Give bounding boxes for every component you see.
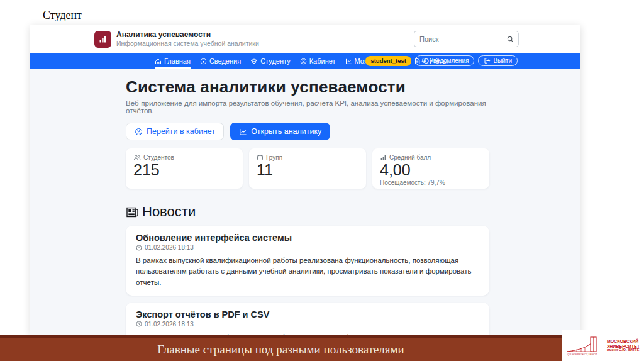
page-subtitle: Веб-приложение для импорта результатов о… — [126, 99, 489, 114]
clock-icon — [136, 245, 142, 251]
page-title: Система аналитики успеваемости — [126, 77, 489, 97]
news-heading-label: Новости — [142, 204, 196, 220]
stat-label: Средний балл — [389, 154, 431, 161]
slide-title: Студент — [43, 9, 82, 22]
stat-label: Студентов — [143, 154, 174, 161]
stat-card-average: Средний балл 4,00 Посещаемость: 79,7% — [372, 148, 489, 189]
stat-card-students: Студентов 215 — [126, 148, 243, 189]
search-icon — [507, 36, 514, 43]
nav-right: student_test Уведомления Выйти — [365, 53, 518, 69]
calendar-icon — [257, 154, 264, 161]
news-card: Обновление интерфейса системы 01.02.2026… — [126, 226, 489, 296]
app-screenshot-panel: Аналитика успеваемости Информационная си… — [30, 25, 580, 335]
news-title: Экспорт отчётов в PDF и CSV — [136, 309, 479, 319]
bell-icon — [421, 57, 427, 64]
stat-value: 215 — [133, 161, 235, 179]
nav-item-home[interactable]: Главная — [155, 53, 191, 69]
news-date: 01.02.2026 18:13 — [136, 244, 479, 251]
bridge-logo-icon: QUI NON PROFICIT, DEFICIT — [566, 335, 605, 357]
university-name: МОСКОВСКИЙ УНИВЕРСИТЕТ имени С.Ю. ВИТТЕ — [607, 339, 640, 352]
go-to-cabinet-label: Перейти в кабинет — [147, 127, 215, 136]
person-icon — [135, 128, 143, 136]
caption-banner: Главные страницы под разными пользовател… — [0, 335, 644, 361]
person-circle-icon — [300, 58, 307, 65]
nav-label: Главная — [164, 57, 191, 65]
clock-icon — [136, 321, 142, 327]
nav-item-cabinet[interactable]: Кабинет — [300, 53, 336, 69]
home-icon — [155, 58, 162, 65]
bar-chart-icon — [380, 154, 387, 161]
nav-item-student[interactable]: Студенту — [250, 53, 291, 69]
stats-row: Студентов 215 Групп — [126, 148, 489, 189]
logout-button[interactable]: Выйти — [478, 55, 518, 66]
news-card: Экспорт отчётов в PDF и CSV 01.02.2026 1… — [126, 303, 489, 335]
nav-item-info[interactable]: Сведения — [200, 53, 241, 69]
university-logo: QUI NON PROFICIT, DEFICIT МОСКОВСКИЙ УНИ… — [562, 330, 644, 361]
hero-buttons: Перейти в кабинет Открыть аналитику — [126, 123, 489, 140]
app-content: Система аналитики успеваемости Веб-прило… — [30, 69, 580, 335]
nav-label: Кабинет — [309, 57, 336, 65]
open-analytics-label: Открыть аналитику — [251, 127, 321, 136]
go-to-cabinet-button[interactable]: Перейти в кабинет — [126, 123, 224, 140]
news-date: 01.02.2026 18:13 — [136, 321, 479, 328]
notifications-button[interactable]: Уведомления — [415, 55, 475, 66]
chart-icon — [239, 128, 247, 136]
news-title: Обновление интерфейса системы — [136, 233, 479, 243]
logout-icon — [484, 57, 491, 64]
search-input[interactable] — [414, 31, 502, 47]
stat-value: 4,00 — [380, 161, 482, 179]
stat-value: 11 — [257, 161, 358, 179]
brand-bar-chart-icon — [94, 31, 111, 48]
brand-text: Аналитика успеваемости Информационная си… — [116, 30, 259, 48]
line-chart-icon — [345, 58, 352, 65]
logout-label: Выйти — [493, 57, 512, 64]
app-header: Аналитика успеваемости Информационная си… — [30, 25, 580, 53]
info-icon — [200, 58, 207, 65]
attendance-note: Посещаемость: 79,7% — [380, 179, 482, 186]
newspaper-icon — [126, 206, 139, 219]
slide: Студент Аналитика успеваемости Информаци… — [0, 0, 644, 361]
brand-title: Аналитика успеваемости — [116, 30, 259, 40]
notifications-label: Уведомления — [430, 57, 469, 64]
nav-label: Сведения — [209, 57, 241, 65]
stat-card-groups: Групп 11 — [249, 148, 366, 189]
brand-subtitle: Информационная система учебной аналитики — [116, 40, 259, 48]
stat-label: Групп — [266, 154, 282, 161]
open-analytics-button[interactable]: Открыть аналитику — [230, 123, 330, 140]
people-icon — [133, 154, 141, 161]
search — [414, 31, 519, 47]
svg-text:QUI NON PROFICIT, DEFICIT: QUI NON PROFICIT, DEFICIT — [567, 353, 597, 356]
caption-text: Главные страницы под разными пользовател… — [0, 343, 562, 357]
news-body: В рамках выпускной квалификационной рабо… — [136, 255, 479, 288]
search-button[interactable] — [502, 31, 519, 47]
main-nav: Главная Сведения Студенту — [30, 53, 580, 69]
news-heading: Новости — [126, 204, 489, 220]
graduation-cap-icon — [250, 58, 258, 65]
brand: Аналитика успеваемости Информационная си… — [94, 30, 259, 48]
user-badge: student_test — [365, 56, 411, 66]
nav-label: Студенту — [260, 57, 291, 65]
